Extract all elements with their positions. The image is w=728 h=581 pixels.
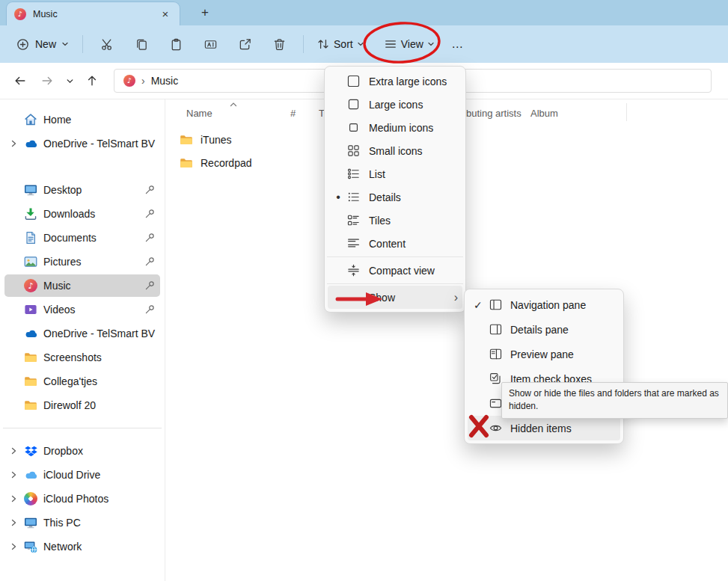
submenu-item-details-pane[interactable]: Details pane bbox=[468, 317, 620, 342]
breadcrumb-chevron-icon: › bbox=[141, 75, 145, 87]
sidebar-item-icloud-photos[interactable]: iCloud Photos bbox=[4, 488, 160, 510]
folder-icon bbox=[179, 132, 194, 147]
copy-button[interactable] bbox=[127, 31, 156, 58]
sort-ascending-caret-icon bbox=[230, 102, 237, 107]
column-header-name[interactable]: Name bbox=[186, 108, 212, 119]
rename-icon bbox=[204, 37, 218, 52]
sidebar-item-direwolf-20[interactable]: Direwolf 20 bbox=[4, 394, 160, 416]
menu-item-medium-icons[interactable]: Medium icons bbox=[328, 116, 462, 139]
pin-icon bbox=[144, 280, 156, 292]
menu-item-content[interactable]: Content bbox=[328, 232, 462, 255]
new-button-label: New bbox=[35, 38, 56, 50]
column-header-album[interactable]: Album bbox=[530, 108, 558, 119]
menu-item-compact-view[interactable]: Compact view bbox=[328, 259, 462, 282]
expander-chevron-icon[interactable] bbox=[9, 518, 18, 527]
back-button[interactable] bbox=[7, 68, 33, 93]
menu-item-extra-large-icons[interactable]: Extra large icons bbox=[328, 70, 462, 93]
menu-item-details[interactable]: • Details bbox=[328, 185, 462, 209]
sidebar-item-label: Home bbox=[43, 114, 156, 126]
expander-chevron-icon[interactable] bbox=[9, 494, 18, 503]
breadcrumb-location[interactable]: Music bbox=[151, 75, 179, 87]
sidebar-item-dropbox[interactable]: Dropbox bbox=[4, 440, 160, 462]
sidebar-item-label: Desktop bbox=[43, 184, 138, 196]
expander-chevron-icon[interactable] bbox=[9, 139, 18, 148]
network-icon bbox=[23, 539, 38, 554]
new-tab-button[interactable]: + bbox=[196, 4, 214, 21]
menu-item-list[interactable]: List bbox=[328, 162, 462, 185]
recent-locations-button[interactable] bbox=[61, 68, 78, 93]
expander-chevron-icon[interactable] bbox=[9, 470, 18, 479]
menu-item-small-icons[interactable]: Small icons bbox=[328, 139, 462, 162]
submenu-item-navigation-pane[interactable]: ✓ Navigation pane bbox=[468, 292, 620, 317]
submenu-item-hidden-items[interactable]: Hidden items bbox=[468, 416, 620, 440]
medium-icons-icon bbox=[346, 120, 361, 135]
pin-icon bbox=[144, 208, 156, 220]
sidebar-item-downloads[interactable]: Downloads bbox=[4, 203, 160, 225]
plus-circle-icon bbox=[16, 37, 30, 52]
small-icons-icon bbox=[346, 144, 361, 158]
music-folder-icon: ♪ bbox=[23, 278, 38, 293]
cut-button[interactable] bbox=[93, 31, 121, 58]
sidebar-item-label: Documents bbox=[43, 232, 138, 244]
sidebar-item-icloud-drive[interactable]: iCloud Drive bbox=[4, 464, 160, 486]
share-button[interactable] bbox=[230, 31, 259, 58]
sidebar-item-videos[interactable]: Videos bbox=[4, 298, 160, 321]
tab-bar: ♪ Music × + bbox=[0, 0, 728, 25]
sidebar-item-onedrive-2[interactable]: OneDrive - TelSmart BV bbox=[4, 322, 160, 345]
folder-icon bbox=[23, 350, 38, 365]
column-divider[interactable] bbox=[626, 103, 627, 121]
tab-music[interactable]: ♪ Music × bbox=[6, 1, 180, 25]
sidebar-item-label: OneDrive - TelSmart BV bbox=[43, 138, 156, 150]
more-options-button[interactable]: … bbox=[444, 31, 472, 58]
menu-item-show[interactable]: Show › bbox=[328, 286, 462, 309]
icloud-photos-icon bbox=[23, 491, 38, 506]
up-button[interactable] bbox=[79, 68, 105, 93]
sidebar-item-onedrive[interactable]: OneDrive - TelSmart BV bbox=[4, 132, 160, 155]
sidebar-item-pictures[interactable]: Pictures bbox=[4, 250, 160, 273]
sidebar-item-music[interactable]: ♪ Music bbox=[4, 274, 160, 297]
view-dropdown-menu: Extra large icons Large icons Medium ico… bbox=[324, 66, 466, 313]
navigation-pane-icon bbox=[489, 298, 503, 312]
delete-button[interactable] bbox=[265, 31, 293, 58]
sort-arrows-icon bbox=[316, 37, 330, 51]
copy-icon bbox=[135, 37, 149, 52]
view-button[interactable]: View bbox=[378, 31, 441, 58]
expander-chevron-icon[interactable] bbox=[9, 542, 18, 551]
rename-button[interactable] bbox=[196, 31, 224, 58]
expander-chevron-icon[interactable] bbox=[9, 446, 18, 455]
column-header-number[interactable]: # bbox=[290, 108, 296, 119]
share-icon bbox=[238, 37, 252, 52]
sidebar-item-desktop[interactable]: Desktop bbox=[4, 179, 160, 201]
folder-icon bbox=[23, 398, 38, 413]
trash-icon bbox=[272, 37, 287, 52]
sidebar-item-this-pc[interactable]: This PC bbox=[4, 511, 160, 534]
pin-icon bbox=[144, 232, 156, 244]
videos-icon bbox=[23, 302, 38, 317]
chevron-down-icon bbox=[66, 77, 74, 85]
sidebar-item-label: Network bbox=[43, 541, 156, 553]
forward-button[interactable] bbox=[34, 68, 60, 93]
new-button[interactable]: New bbox=[9, 31, 76, 58]
sidebar-item-screenshots[interactable]: Screenshots bbox=[4, 346, 160, 369]
sidebar-item-documents[interactable]: Documents bbox=[4, 227, 160, 249]
paste-button[interactable] bbox=[162, 31, 190, 58]
menu-item-tiles[interactable]: Tiles bbox=[328, 209, 462, 232]
sidebar-item-label: OneDrive - TelSmart BV bbox=[43, 328, 156, 339]
preview-pane-icon bbox=[489, 347, 503, 361]
tab-close-icon[interactable]: × bbox=[159, 7, 172, 20]
sidebar-item-home[interactable]: Home bbox=[4, 108, 160, 131]
toolbar-divider bbox=[82, 35, 83, 53]
sidebar-item-network[interactable]: Network bbox=[4, 535, 160, 558]
submenu-item-preview-pane[interactable]: Preview pane bbox=[468, 342, 620, 366]
sort-button[interactable]: Sort bbox=[311, 31, 370, 58]
folder-icon bbox=[179, 156, 194, 170]
menu-item-large-icons[interactable]: Large icons bbox=[328, 93, 462, 116]
check-icon: ✓ bbox=[474, 299, 489, 311]
sidebar-item-label: Collega'tjes bbox=[43, 375, 156, 387]
column-header-contributing-artists[interactable]: buting artists bbox=[466, 108, 521, 119]
sidebar-item-label: Pictures bbox=[43, 256, 138, 268]
submenu-chevron-icon: › bbox=[454, 292, 458, 304]
content-view-icon bbox=[346, 236, 361, 250]
sidebar-item-collegatjes[interactable]: Collega'tjes bbox=[4, 370, 160, 393]
this-pc-icon bbox=[23, 515, 38, 530]
